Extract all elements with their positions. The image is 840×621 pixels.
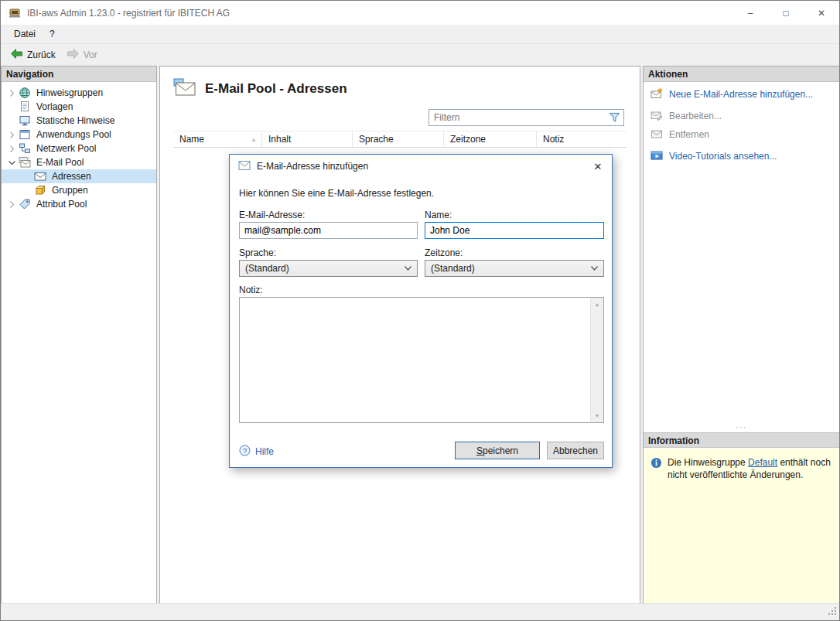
language-selected-value: (Standard): [245, 263, 289, 274]
navigation-tree: Hinweisgruppen Vorlagen Statische Hinwei…: [2, 82, 156, 211]
email-label: E-Mail-Adresse:: [239, 210, 305, 220]
chevron-down-icon: [405, 266, 411, 271]
action-new-email-address[interactable]: Neue E-Mail-Adresse hinzufügen...: [644, 85, 839, 104]
column-header-notiz[interactable]: Notiz: [537, 131, 627, 147]
column-label: Sprache: [359, 134, 394, 145]
scroll-up-icon[interactable]: ▲: [595, 298, 600, 311]
help-link[interactable]: ? Hilfe: [239, 445, 274, 459]
cancel-button[interactable]: Abbrechen: [547, 442, 604, 459]
chevron-right-icon[interactable]: [6, 90, 17, 97]
nav-item-netzwerk-pool[interactable]: Netzwerk Pool: [2, 142, 156, 155]
close-button[interactable]: ✕: [804, 1, 839, 25]
new-email-icon: [650, 87, 663, 102]
info-message-prefix: Die Hinweisgruppe: [668, 457, 748, 468]
window-controls: – □ ✕: [732, 1, 839, 25]
forward-button[interactable]: Vor: [61, 46, 103, 64]
document-icon: [19, 101, 31, 113]
language-label: Sprache:: [239, 247, 276, 258]
video-icon: [650, 149, 663, 164]
dialog-close-button[interactable]: ✕: [584, 155, 612, 178]
help-icon: ?: [239, 445, 251, 459]
toolbar: Zurück Vor: [1, 44, 839, 66]
column-header-inhalt[interactable]: Inhalt: [262, 131, 353, 147]
dialog-titlebar: E-Mail-Adresse hinzufügen ✕: [230, 155, 612, 178]
nav-item-attribut-pool[interactable]: Attribut Pool: [2, 197, 156, 211]
nav-item-gruppen[interactable]: Gruppen: [2, 183, 156, 197]
chevron-right-icon[interactable]: [6, 131, 17, 138]
maximize-icon: □: [783, 8, 788, 19]
note-textarea[interactable]: ▲ ▼: [239, 297, 604, 423]
action-label: Entfernen: [669, 129, 709, 140]
nav-item-label: Netzwerk Pool: [34, 142, 98, 155]
nav-item-hinweisgruppen[interactable]: Hinweisgruppen: [2, 86, 156, 100]
actions-header: Aktionen: [644, 67, 839, 82]
information-box: Die Hinweisgruppe Default enthält noch n…: [644, 449, 839, 603]
minimize-button[interactable]: –: [732, 1, 768, 25]
action-label: Bearbeiten...: [669, 111, 722, 121]
save-button-label: Speichern: [476, 445, 518, 456]
maximize-button[interactable]: □: [768, 1, 804, 25]
nav-item-anwendungs-pool[interactable]: Anwendungs Pool: [2, 128, 156, 142]
dialog-title: E-Mail-Adresse hinzufügen: [257, 161, 368, 172]
chevron-right-icon[interactable]: [6, 145, 17, 152]
splitter-dots-icon: ···: [736, 422, 747, 432]
close-icon: ✕: [818, 8, 825, 19]
column-header-sprache[interactable]: Sprache: [353, 131, 444, 147]
app-window-icon: [19, 128, 31, 141]
column-label: Notiz: [543, 134, 564, 145]
menubar: Datei ?: [1, 25, 839, 44]
resize-grip[interactable]: [827, 606, 837, 618]
back-button[interactable]: Zurück: [5, 46, 61, 64]
monitor-icon: [19, 114, 31, 127]
nav-item-label: E-Mail Pool: [34, 156, 86, 169]
information-header: Information: [644, 432, 839, 448]
column-header-zeitzone[interactable]: Zeitzone: [444, 131, 537, 147]
nav-item-label: Statische Hinweise: [34, 114, 117, 127]
timezone-label: Zeitzone:: [425, 247, 463, 258]
back-arrow-icon: [10, 48, 23, 62]
edit-icon: [650, 109, 663, 124]
action-label: Video-Tutorials ansehen...: [669, 151, 777, 162]
chevron-down-icon[interactable]: [6, 159, 17, 166]
network-icon: [19, 142, 31, 155]
nav-item-email-pool[interactable]: E-Mail Pool: [2, 155, 156, 169]
nav-item-label: Adressen: [50, 170, 94, 183]
chevron-right-icon[interactable]: [6, 201, 17, 208]
tag-icon: [19, 198, 31, 210]
action-edit[interactable]: Bearbeiten...: [644, 107, 839, 125]
timezone-select[interactable]: (Standard): [425, 260, 604, 277]
nav-item-statische-hinweise[interactable]: Statische Hinweise: [2, 114, 156, 128]
nav-item-vorlagen[interactable]: Vorlagen: [2, 100, 156, 114]
forward-button-label: Vor: [84, 49, 97, 60]
nav-item-label: Anwendungs Pool: [34, 128, 114, 141]
action-video-tutorials[interactable]: Video-Tutorials ansehen...: [644, 147, 839, 165]
email-pool-header-icon: [173, 78, 196, 99]
box-icon: [34, 184, 46, 196]
action-label: Neue E-Mail-Adresse hinzufügen...: [669, 89, 813, 100]
menu-datei[interactable]: Datei: [7, 26, 43, 42]
scroll-down-icon[interactable]: ▼: [595, 409, 600, 422]
default-group-link[interactable]: Default: [748, 457, 777, 468]
menu-help[interactable]: ?: [43, 26, 62, 42]
language-select[interactable]: (Standard): [239, 260, 418, 277]
note-scrollbar[interactable]: ▲ ▼: [590, 298, 603, 422]
filter-input[interactable]: [429, 109, 624, 126]
timezone-selected-value: (Standard): [431, 263, 475, 274]
note-label: Notiz:: [239, 285, 263, 295]
add-email-dialog: E-Mail-Adresse hinzufügen ✕ Hier können …: [229, 154, 613, 468]
nav-item-label: Gruppen: [50, 184, 90, 196]
minimize-icon: –: [748, 8, 753, 19]
filter-funnel-icon[interactable]: [609, 112, 620, 125]
actions-panel: Aktionen Neue E-Mail-Adresse hinzufügen.…: [643, 66, 840, 604]
nav-item-adressen[interactable]: Adressen: [2, 169, 156, 183]
action-remove[interactable]: Entfernen: [644, 125, 839, 144]
navigation-panel: Navigation Hinweisgruppen Vorlagen Stati…: [1, 66, 157, 604]
column-header-name[interactable]: Name ▲: [173, 131, 262, 147]
main-title-row: E-Mail Pool - Adressen: [160, 67, 640, 99]
globe-icon: [19, 87, 31, 99]
email-field[interactable]: [239, 222, 418, 239]
save-button[interactable]: Speichern: [455, 442, 540, 459]
name-field[interactable]: [425, 222, 604, 239]
envelope-icon: [34, 170, 46, 183]
forward-arrow-icon: [67, 48, 80, 62]
